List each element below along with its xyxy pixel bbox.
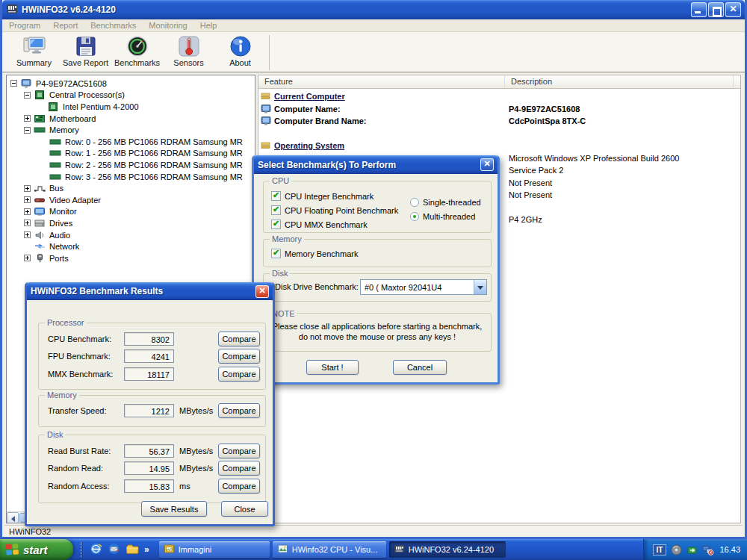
tree-item-network[interactable]: Network	[7, 240, 255, 252]
expand-icon[interactable]	[24, 255, 31, 261]
checkbox-checked-icon[interactable]	[271, 249, 281, 258]
tree-item-memory-row3[interactable]: Row: 3 - 256 MB PC1066 RDRAM Samsung MR	[7, 171, 255, 183]
save-results-button[interactable]: Save Results	[141, 501, 207, 517]
chevron-down-icon[interactable]	[474, 280, 486, 294]
section-operating-system[interactable]: Operating System	[258, 140, 740, 152]
restore-icon[interactable]	[708, 2, 724, 17]
row-computer-name[interactable]: Computer Name: P4-9E972AC51608	[258, 103, 740, 116]
menu-help[interactable]: Help	[200, 21, 217, 30]
system-tray: IT 16.43	[643, 539, 747, 560]
cpu-mmx-checkbox[interactable]: CPU MMX Benchmark	[271, 217, 398, 231]
benchmarks-button[interactable]: Benchmarks	[111, 35, 163, 67]
save-report-button[interactable]: Save Report	[60, 35, 111, 67]
section-current-computer[interactable]: Current Computer	[258, 90, 740, 103]
tree-item-ports[interactable]: Ports	[7, 252, 255, 264]
outlook-express-icon[interactable]	[108, 543, 120, 556]
checkbox-checked-icon[interactable]	[271, 220, 281, 229]
summary-button[interactable]: Summary	[8, 35, 60, 67]
tray-hardware-icon[interactable]	[686, 544, 698, 556]
cancel-button[interactable]: Cancel	[393, 360, 447, 375]
toolbar-grip[interactable]	[81, 542, 83, 557]
close-icon[interactable]	[725, 2, 741, 17]
menu-report[interactable]: Report	[53, 21, 78, 30]
tree-item-motherboard[interactable]: Motherboard	[7, 113, 255, 125]
expand-icon[interactable]	[24, 196, 31, 203]
tray-network-error-icon[interactable]	[702, 544, 713, 556]
toolbar-separator	[269, 35, 270, 70]
tree-item-memory[interactable]: Memory	[7, 124, 255, 136]
compare-random-access-button[interactable]: Compare	[218, 479, 260, 494]
tree-item-monitor[interactable]: Monitor	[7, 206, 255, 218]
compare-cpu-button[interactable]: Compare	[218, 332, 260, 346]
collapse-icon[interactable]	[24, 127, 31, 134]
task-buttons: Immagini HWinfo32 CPU - Visu... HWiNFO32…	[159, 541, 506, 558]
cpu-integer-checkbox[interactable]: CPU Integer Benchmark	[271, 189, 398, 203]
sensors-button[interactable]: Sensors	[163, 35, 214, 67]
tray-disc-icon[interactable]	[671, 544, 682, 556]
radio-selected-icon[interactable]	[410, 212, 419, 221]
start-button[interactable]: Start !	[306, 360, 359, 375]
disk-drive-dropdown[interactable]: #0 ( Maxtor 92041U4	[360, 279, 487, 295]
dialog-titlebar[interactable]: HWiNFO32 Benchmark Results	[27, 282, 273, 300]
drives-icon	[34, 219, 46, 228]
description-column-header[interactable]: Description	[505, 75, 734, 88]
task-immagini[interactable]: Immagini	[159, 541, 270, 558]
tree-item-drives[interactable]: Drives	[7, 217, 255, 229]
task-hwinfo32-cpu-image[interactable]: HWinfo32 CPU - Visu...	[273, 541, 386, 558]
close-icon[interactable]	[255, 285, 269, 298]
folder-icon[interactable]	[125, 544, 139, 556]
start-button[interactable]: start	[0, 539, 73, 560]
compare-read-burst-button[interactable]: Compare	[218, 444, 260, 458]
memory-benchmark-checkbox[interactable]: Memory Benchmark	[271, 246, 358, 261]
close-button[interactable]: Close	[221, 501, 268, 517]
os-name-value: Microsoft Windows XP Professional Build …	[505, 154, 734, 163]
close-icon[interactable]	[480, 158, 494, 171]
cpu-floating-point-checkbox[interactable]: CPU Floating Point Benchmark	[271, 203, 398, 217]
collapse-icon[interactable]	[24, 92, 31, 99]
image-viewer-icon	[277, 544, 288, 556]
language-indicator[interactable]: IT	[653, 544, 667, 556]
scroll-left-icon[interactable]	[7, 512, 19, 523]
radio-icon[interactable]	[410, 198, 419, 207]
task-hwinfo32-active[interactable]: HWiNFO32 v6.24-4120	[389, 541, 506, 558]
computer-icon	[261, 105, 273, 113]
minimize-icon[interactable]	[691, 2, 707, 17]
collapse-icon[interactable]	[10, 80, 17, 87]
tree-item-memory-row2[interactable]: Row: 2 - 256 MB PC1066 RDRAM Samsung MR	[7, 159, 255, 171]
tree-item-computer[interactable]: P4-9E972AC51608	[7, 78, 255, 90]
taskbar-clock[interactable]: 16.43	[718, 545, 740, 554]
expand-icon[interactable]	[24, 231, 31, 238]
titlebar[interactable]: HWiNFO32 v6.24-4120	[2, 0, 745, 19]
compare-random-read-button[interactable]: Compare	[218, 461, 260, 476]
feature-column-header[interactable]: Feature	[258, 75, 505, 88]
menu-benchmarks[interactable]: Benchmarks	[90, 21, 136, 30]
tree-item-central-processors[interactable]: Central Processor(s)	[7, 90, 255, 102]
row-computer-brand-name[interactable]: Computer Brand Name: CdcPointSpa 8TX-C	[258, 115, 740, 128]
tree-item-memory-row0[interactable]: Row: 0 - 256 MB PC1066 RDRAM Samsung MR	[7, 136, 255, 148]
chevron-more-icon[interactable]: »	[144, 544, 149, 555]
expand-icon[interactable]	[24, 185, 31, 192]
compare-mmx-button[interactable]: Compare	[218, 367, 260, 382]
checkbox-checked-icon[interactable]	[271, 205, 281, 215]
expand-icon[interactable]	[24, 115, 31, 122]
compare-fpu-button[interactable]: Compare	[218, 349, 260, 364]
tree-item-bus[interactable]: Bus	[7, 182, 255, 194]
memory-group: Memory Memory Benchmark	[263, 239, 492, 267]
tree-item-memory-row1[interactable]: Row: 1 - 256 MB PC1066 RDRAM Samsung MR	[7, 148, 255, 160]
expand-icon[interactable]	[24, 208, 31, 215]
tree-item-video-adapter[interactable]: Video Adapter	[7, 194, 255, 206]
internet-explorer-icon[interactable]	[90, 543, 102, 556]
about-button[interactable]: About	[214, 35, 266, 67]
multi-threaded-radio[interactable]: Multi-threaded	[410, 209, 481, 223]
single-threaded-radio[interactable]: Single-threaded	[410, 195, 481, 209]
compare-memory-button[interactable]: Compare	[218, 403, 260, 418]
expand-icon[interactable]	[24, 220, 31, 226]
bus-icon	[34, 184, 46, 193]
tree-item-intel-pentium[interactable]: Intel Pentium 4-2000	[7, 101, 255, 113]
menu-program[interactable]: Program	[9, 21, 40, 30]
tree-item-audio[interactable]: Audio	[7, 229, 255, 241]
dialog-titlebar[interactable]: Select Benchmark(s) To Perform	[254, 155, 498, 174]
checkbox-checked-icon[interactable]	[271, 191, 281, 201]
menu-monitoring[interactable]: Monitoring	[149, 21, 187, 30]
note-line-1: Please close all applications before sta…	[264, 321, 491, 332]
